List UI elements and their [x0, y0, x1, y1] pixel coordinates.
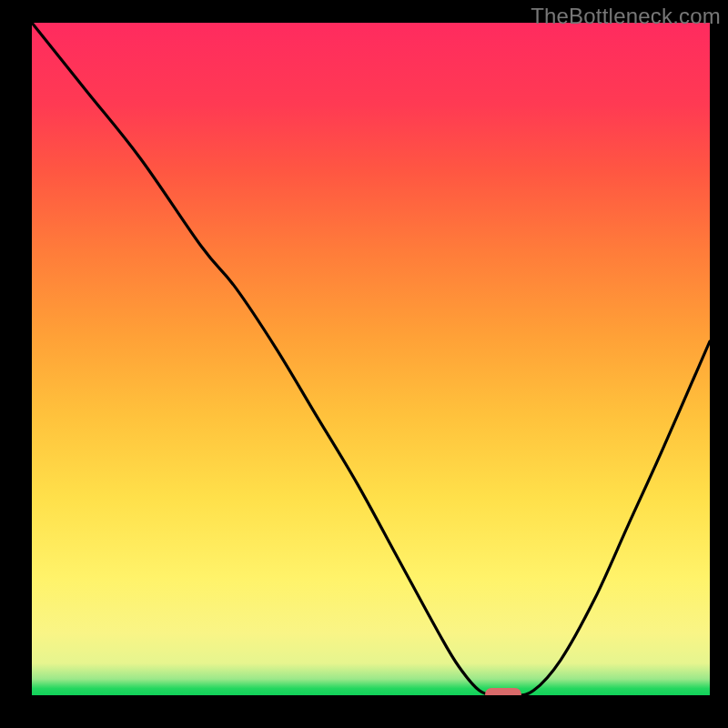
baseline [32, 695, 710, 701]
chart-stage: TheBottleneck.com [0, 0, 728, 728]
plot-area [32, 23, 710, 701]
watermark-text: TheBottleneck.com [531, 4, 721, 29]
bottleneck-curve [32, 23, 710, 701]
